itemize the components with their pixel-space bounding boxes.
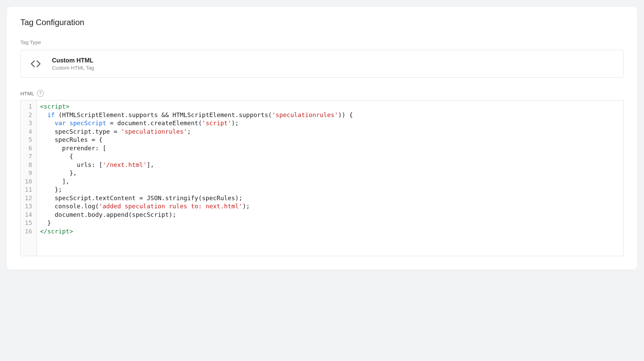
line-number: 13 — [23, 202, 34, 211]
line-number: 15 — [23, 219, 34, 227]
line-number: 2 — [23, 111, 34, 119]
code-line: console.log('added speculation rules to:… — [40, 202, 620, 211]
line-number: 1 — [23, 102, 34, 111]
line-number: 16 — [23, 227, 34, 236]
line-number: 8 — [23, 161, 34, 169]
line-number-gutter: 12345678910111213141516 — [21, 100, 37, 256]
code-line: ], — [40, 177, 620, 186]
line-number: 9 — [23, 169, 34, 177]
tag-type-label: Tag Type — [20, 39, 624, 45]
code-line: if (HTMLScriptElement.supports && HTMLSc… — [40, 111, 620, 119]
html-field-header: HTML ? — [20, 90, 624, 97]
code-line: }; — [40, 186, 620, 194]
code-line: specScript.type = 'speculationrules'; — [40, 128, 620, 136]
code-line: specScript.textContent = JSON.stringify(… — [40, 194, 620, 203]
code-line: var specScript = document.createElement(… — [40, 119, 620, 128]
tag-type-selector[interactable]: Custom HTML Custom HTML Tag — [20, 50, 624, 78]
code-line: }, — [40, 169, 620, 177]
code-line: document.body.append(specScript); — [40, 211, 620, 219]
line-number: 7 — [23, 152, 34, 161]
section-title: Tag Configuration — [20, 18, 624, 27]
line-number: 6 — [23, 144, 34, 153]
html-label: HTML — [20, 91, 34, 96]
help-icon[interactable]: ? — [37, 90, 44, 97]
line-number: 10 — [23, 177, 34, 186]
tag-type-subtitle: Custom HTML Tag — [52, 65, 94, 71]
tag-type-name: Custom HTML — [52, 57, 94, 64]
line-number: 12 — [23, 194, 34, 203]
code-line: <script> — [40, 102, 620, 111]
code-line: prerender: [ — [40, 144, 620, 153]
line-number: 11 — [23, 186, 34, 194]
code-content[interactable]: <script> if (HTMLScriptElement.supports … — [37, 100, 623, 256]
code-brackets-icon — [29, 57, 42, 71]
tag-type-text: Custom HTML Custom HTML Tag — [52, 57, 94, 71]
line-number: 4 — [23, 128, 34, 136]
code-line: urls: ['/next.html'], — [40, 161, 620, 169]
code-line: specRules = { — [40, 136, 620, 144]
tag-configuration-card: Tag Configuration Tag Type Custom HTML C… — [7, 7, 637, 270]
html-code-editor[interactable]: 12345678910111213141516 <script> if (HTM… — [20, 100, 624, 256]
code-line: } — [40, 219, 620, 227]
code-line: { — [40, 152, 620, 161]
line-number: 14 — [23, 211, 34, 219]
line-number: 3 — [23, 119, 34, 128]
line-number: 5 — [23, 136, 34, 144]
code-line: </script> — [40, 227, 620, 236]
